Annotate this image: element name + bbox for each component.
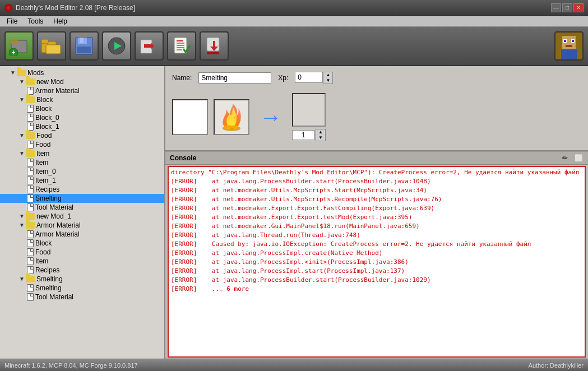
menu-file[interactable]: File (2, 16, 22, 26)
menu-help[interactable]: Help (49, 16, 72, 26)
tree-label: Block (36, 96, 53, 104)
expand-icon: ▼ (18, 150, 26, 157)
run-icon (107, 36, 126, 55)
xp-spinner: ▲ ▼ (323, 72, 333, 84)
tree-item-food-group-1[interactable]: ▼ Food (0, 131, 164, 140)
tree-label: Tool Material (35, 203, 73, 211)
tree-item-block-2[interactable]: Block (0, 239, 164, 248)
expand-icon: ▼ (18, 212, 26, 220)
title-buttons: — □ ✕ (551, 3, 584, 12)
output-area: ▲ ▼ (292, 93, 326, 141)
svg-rect-6 (46, 45, 61, 54)
main-content: ▼ Mods ▼ new Mod Armor Material ▼ Block (0, 66, 588, 359)
count-down-button[interactable]: ▼ (316, 135, 325, 141)
tree-label: Smelting (35, 284, 62, 292)
count-input[interactable] (292, 130, 314, 140)
tree-item-smelting-2[interactable]: Smelting (0, 284, 164, 293)
console-title: Console (170, 154, 196, 162)
tree-item-recipes-1[interactable]: Recipes (0, 185, 164, 194)
export-button[interactable] (135, 31, 164, 61)
tree-item-armor-material-2b[interactable]: Armor Material (0, 230, 164, 239)
tree-item-item-1b[interactable]: Item_1 (0, 176, 164, 185)
console-copy-icon[interactable]: ⬜ (573, 154, 584, 163)
tree-item-recipes-2[interactable]: Recipes (0, 266, 164, 275)
tree-item-smelting-1[interactable]: Smelting (0, 194, 164, 203)
doc-icon (27, 284, 34, 292)
arrow-icon: → (260, 105, 282, 130)
tree-label: Armor Material (36, 221, 81, 229)
svg-rect-5 (41, 39, 48, 44)
name-input[interactable] (198, 72, 271, 84)
input-slot[interactable] (172, 99, 208, 135)
new-button[interactable]: + (4, 31, 34, 61)
save-button[interactable] (70, 31, 99, 61)
maximize-button[interactable]: □ (562, 3, 572, 12)
tree-label: Food (35, 248, 50, 256)
tree-label: Block (35, 105, 52, 113)
tree-item-mods-root[interactable]: ▼ Mods (0, 68, 164, 77)
title-bar: Deathly's Mod Editor 2.08 [Pre Release] … (0, 0, 588, 16)
tree-item-tool-material-2[interactable]: Tool Material (0, 293, 164, 302)
install-icon (205, 36, 224, 55)
tree-label: Item_1 (35, 177, 56, 184)
console-line: [ERROR] at net.modmaker.Export.Export.te… (171, 213, 582, 222)
tree-item-armor-material-group-2[interactable]: ▼ Armor Material (0, 221, 164, 230)
doc-icon (27, 186, 34, 193)
tree-item-block-group-1[interactable]: ▼ Block (0, 95, 164, 104)
xp-down-button[interactable]: ▼ (323, 78, 332, 84)
tree-item-food-1[interactable]: Food (0, 140, 164, 149)
count-up-button[interactable]: ▲ (316, 129, 325, 135)
menu-tools[interactable]: Tools (23, 16, 48, 26)
tree-item-new-mod-1[interactable]: ▼ new Mod_1 (0, 212, 164, 221)
tree-item-item-2[interactable]: Item (0, 257, 164, 266)
doc-icon (27, 203, 34, 211)
tree-label: Block_1 (35, 123, 59, 131)
console-section: Console ✏ ⬜ directory "C:\Program Files\… (165, 151, 588, 359)
tree-item-item-group-1[interactable]: ▼ Item (0, 149, 164, 158)
xp-input[interactable] (295, 72, 323, 83)
svg-text:+: + (11, 49, 15, 56)
xp-label: Xp: (278, 74, 288, 82)
run-button[interactable] (102, 31, 131, 61)
tree-item-armor-material-1[interactable]: Armor Material (0, 86, 164, 95)
console-body[interactable]: directory "C:\Program Files\Deathly's Mo… (168, 166, 586, 358)
open-button[interactable] (37, 31, 66, 61)
doc-icon (27, 168, 34, 175)
svg-rect-19 (177, 45, 184, 46)
tree-label: Item_0 (35, 168, 56, 175)
install-button[interactable] (200, 31, 229, 61)
doc-icon (27, 159, 34, 166)
close-button[interactable]: ✕ (573, 3, 584, 12)
xp-up-button[interactable]: ▲ (323, 72, 332, 78)
tree-item-food-2[interactable]: Food (0, 248, 164, 257)
tree-item-tool-material-1[interactable]: Tool Material (0, 203, 164, 212)
avatar-button[interactable] (554, 31, 584, 61)
tree-item-item-1[interactable]: Item (0, 158, 164, 167)
console-line: [ERROR] at java.lang.Thread.run(Thread.j… (171, 231, 582, 240)
tree-item-block-1b[interactable]: Block_1 (0, 122, 164, 131)
tree-item-item-0[interactable]: Item_0 (0, 167, 164, 176)
output-slot[interactable] (292, 93, 326, 127)
svg-rect-29 (564, 40, 566, 42)
tree-label: new Mod_1 (36, 212, 71, 220)
doc-icon (27, 248, 34, 256)
build-button[interactable] (167, 31, 196, 61)
count-row: ▲ ▼ (292, 129, 326, 141)
svg-rect-32 (561, 49, 577, 59)
console-line: [ERROR] Caused by: java.io.IOException: … (171, 240, 582, 249)
tree-item-smelting-group-2[interactable]: ▼ Smelting (0, 275, 164, 284)
window-title: Deathly's Mod Editor 2.08 [Pre Release] (16, 4, 135, 12)
tree-item-block-1[interactable]: Block (0, 104, 164, 113)
tree-label: Smelting (36, 275, 63, 283)
expand-icon: ▼ (18, 132, 26, 140)
export-icon (140, 36, 159, 55)
tree-item-block-0[interactable]: Block_0 (0, 113, 164, 122)
minimize-button[interactable]: — (551, 3, 561, 12)
smelting-header: Name: Xp: ▲ ▼ (172, 72, 581, 84)
fuel-slot[interactable] (214, 99, 249, 135)
svg-rect-9 (80, 38, 84, 43)
tree-label: Food (36, 132, 52, 140)
tree-item-new-mod[interactable]: ▼ new Mod (0, 77, 164, 86)
svg-rect-20 (177, 47, 184, 48)
console-edit-icon[interactable]: ✏ (560, 154, 570, 163)
